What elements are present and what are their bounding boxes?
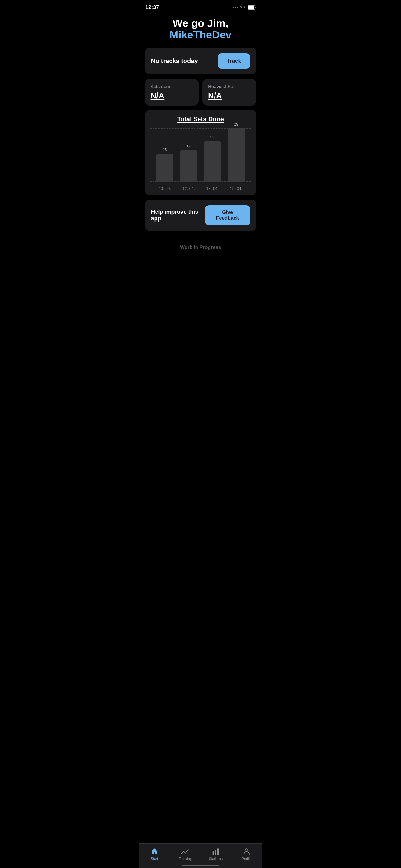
greeting-section: We go Jim, MikeTheDev: [145, 16, 257, 41]
signal-icon: [233, 7, 238, 8]
sets-done-value: N/A: [151, 91, 193, 101]
give-feedback-button[interactable]: Give Feedback: [205, 205, 250, 225]
status-time: 12:37: [145, 4, 159, 11]
wip-text: Work in Progress: [180, 245, 221, 250]
chart-x-labels: 10. 04.12. 04.13. 04.15. 04.: [153, 186, 248, 191]
wifi-icon: [240, 5, 246, 10]
chart-x-label: 10. 04.: [159, 186, 171, 191]
bar-value-label: 15: [163, 148, 167, 152]
chart-bar-group: 22: [204, 135, 221, 182]
greeting-line2: MikeTheDev: [145, 29, 257, 41]
chart-x-label: 15. 04.: [230, 186, 242, 191]
bar: [180, 150, 197, 182]
status-icons: [233, 5, 256, 10]
chart-bar-group: 29: [228, 122, 244, 182]
no-tracks-text: No tracks today: [151, 58, 198, 65]
track-card: No tracks today Track: [145, 48, 257, 74]
chart-title: Total Sets Done: [150, 116, 252, 123]
chart-bar-group: 17: [180, 144, 197, 182]
chart-x-label: 13. 04.: [206, 186, 219, 191]
sets-done-label: Sets done: [151, 84, 193, 89]
battery-icon: [248, 5, 256, 10]
chart-card: Total Sets Done 15172229 10. 04.12. 04.1…: [145, 110, 257, 195]
heaviest-set-value: N/A: [208, 91, 251, 101]
feedback-card: Help improve this app Give Feedback: [145, 200, 257, 231]
track-button[interactable]: Track: [218, 54, 250, 69]
bar-value-label: 29: [234, 122, 238, 127]
bar: [228, 128, 244, 182]
svg-rect-1: [255, 7, 256, 8]
svg-rect-2: [248, 6, 254, 9]
feedback-text: Help improve this app: [151, 209, 205, 222]
heaviest-set-card: Heaviest Set N/A: [202, 79, 257, 105]
main-content: We go Jim, MikeTheDev No tracks today Tr…: [139, 13, 262, 288]
heaviest-set-label: Heaviest Set: [208, 84, 251, 89]
status-bar: 12:37: [139, 0, 262, 13]
bar: [204, 141, 221, 182]
bar-value-label: 17: [187, 144, 191, 148]
chart-bars: 15172229: [153, 128, 248, 182]
chart-bar-group: 15: [157, 148, 173, 182]
wip-section: Work in Progress: [145, 235, 257, 256]
sets-done-card: Sets done N/A: [145, 79, 199, 105]
greeting-line1: We go Jim,: [145, 18, 257, 29]
chart-x-label: 12. 04.: [182, 186, 195, 191]
stats-row: Sets done N/A Heaviest Set N/A: [145, 79, 257, 105]
bar-value-label: 22: [210, 135, 214, 140]
bar: [157, 154, 173, 182]
chart-area: 15172229 10. 04.12. 04.13. 04.15. 04.: [150, 128, 252, 191]
